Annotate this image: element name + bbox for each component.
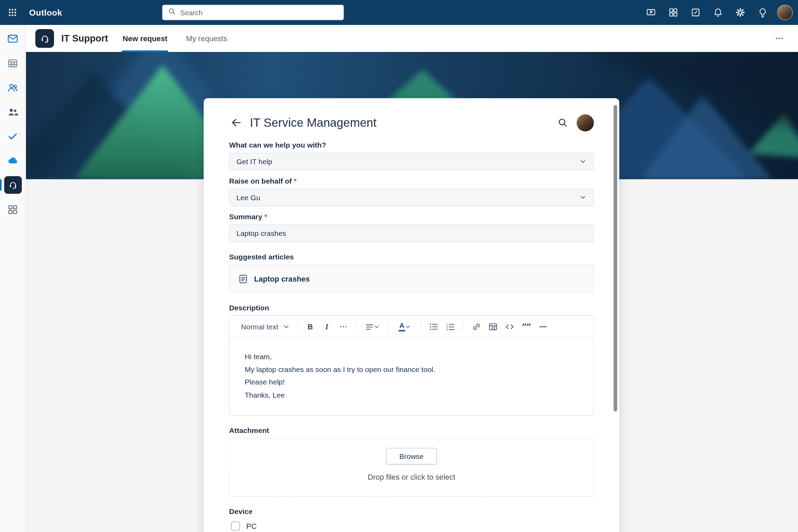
summary-input[interactable] — [229, 224, 594, 242]
description-label: Description — [229, 303, 594, 312]
behalf-select-value: Lee Gu — [237, 193, 260, 202]
text-color-icon: A — [399, 322, 406, 331]
tab-my-requests[interactable]: My requests — [185, 25, 228, 52]
app-title: IT Support — [61, 33, 108, 44]
tab-label: New request — [123, 34, 167, 43]
card-scrollbar[interactable] — [614, 105, 618, 411]
suggested-articles-label: Suggested articles — [229, 252, 594, 261]
summary-label: Summary* — [229, 213, 594, 221]
link-icon[interactable] — [468, 319, 485, 335]
meet-now-icon[interactable] — [642, 4, 660, 21]
browse-button[interactable]: Browse — [386, 448, 437, 464]
more-formatting-icon[interactable] — [335, 319, 352, 335]
rail-people-icon[interactable] — [2, 77, 23, 98]
device-label: Device — [229, 507, 594, 515]
outlook-wordmark[interactable]: Outlook — [29, 8, 62, 18]
avatar-image — [777, 5, 793, 20]
toolbar-divider — [463, 321, 464, 332]
rail-groups-icon[interactable] — [2, 101, 23, 122]
text-color-button[interactable]: A — [393, 319, 416, 335]
form-title: IT Service Management — [250, 116, 377, 130]
chevron-down-icon — [374, 324, 379, 329]
toolbar-divider — [420, 321, 421, 332]
card-search-icon[interactable] — [554, 114, 571, 132]
app-launcher-icon[interactable] — [0, 0, 25, 25]
device-option-pc[interactable]: PC — [229, 519, 594, 532]
editor-body[interactable]: Hi team, My laptop crashes as soon as I … — [230, 338, 593, 413]
chevron-down-icon — [579, 194, 587, 201]
rail-calendar-icon[interactable] — [2, 53, 23, 73]
horizontal-rule-icon[interactable] — [535, 319, 551, 335]
alignment-button[interactable] — [361, 319, 383, 335]
chevron-down-icon — [283, 324, 289, 330]
code-icon[interactable] — [502, 319, 518, 335]
quote-icon[interactable]: ”” — [518, 319, 534, 335]
behalf-label: Raise on behalf of* — [229, 177, 594, 185]
numbered-list-icon[interactable]: 123 — [442, 319, 459, 335]
help-label: What can we help you with? — [229, 141, 594, 149]
description-editor: Normal text B I — [229, 316, 594, 416]
device-options: PC Laptop Tablet — [229, 519, 594, 532]
tips-lightbulb-icon[interactable] — [754, 4, 772, 21]
checkbox-label: PC — [246, 522, 257, 530]
toolbar-divider — [297, 321, 298, 332]
card-user-avatar[interactable] — [577, 114, 594, 131]
rail-more-apps-icon[interactable] — [2, 199, 23, 220]
request-form-card: IT Service Management What can we help y… — [204, 98, 619, 532]
app-tabs: New request My requests — [122, 25, 245, 52]
it-support-app-tile — [4, 176, 21, 194]
search-input[interactable] — [180, 9, 338, 17]
svg-text:3: 3 — [446, 328, 448, 331]
editor-line: Hi team, — [245, 350, 578, 363]
search-icon — [168, 7, 176, 18]
bullet-list-icon[interactable] — [426, 319, 442, 335]
table-icon[interactable] — [485, 319, 501, 335]
article-title: Laptop crashes — [254, 275, 310, 283]
editor-toolbar: Normal text B I — [230, 316, 593, 338]
tab-new-request[interactable]: New request — [122, 25, 168, 52]
suggested-article-item[interactable]: Laptop crashes — [229, 265, 594, 293]
card-header: IT Service Management — [229, 114, 594, 132]
profile-avatar[interactable] — [776, 4, 794, 21]
text-style-value: Normal text — [241, 323, 278, 331]
rail-onedrive-icon[interactable] — [2, 150, 23, 171]
help-select-value: Get IT help — [237, 158, 273, 166]
attachment-label: Attachment — [229, 426, 594, 434]
main-content: IT Support New request My requests — [26, 25, 798, 532]
behalf-select[interactable]: Lee Gu — [229, 189, 594, 206]
text-style-dropdown[interactable]: Normal text — [238, 319, 292, 335]
app-header: IT Support New request My requests — [26, 25, 798, 52]
outlook-window: Outlook — [0, 0, 798, 532]
topbar: Outlook — [0, 0, 798, 25]
notifications-bell-icon[interactable] — [709, 4, 727, 21]
toolbar-divider — [356, 321, 357, 332]
chevron-down-icon — [579, 158, 587, 165]
rail-todo-icon[interactable] — [2, 126, 23, 147]
drop-files-text: Drop files or click to select — [368, 473, 455, 481]
toolbar-divider — [388, 321, 389, 332]
editor-line: Thanks, Lee — [245, 388, 578, 401]
notes-icon[interactable] — [687, 4, 704, 21]
back-arrow-icon[interactable] — [229, 115, 244, 130]
help-select[interactable]: Get IT help — [229, 153, 594, 170]
rail-it-support-app-icon[interactable] — [2, 175, 23, 195]
italic-button[interactable]: I — [319, 319, 335, 335]
checkbox-pc[interactable] — [231, 522, 240, 531]
more-options-icon[interactable] — [771, 30, 788, 47]
article-doc-icon — [238, 274, 248, 284]
search-bar[interactable] — [162, 5, 344, 20]
tab-label: My requests — [186, 34, 227, 43]
attachment-dropzone[interactable]: Browse Drop files or click to select — [229, 438, 594, 497]
editor-line: My laptop crashes as soon as I try to op… — [245, 363, 578, 376]
topbar-actions — [642, 0, 794, 25]
chevron-down-icon — [405, 324, 410, 329]
bold-button[interactable]: B — [302, 319, 318, 335]
editor-line: Please help! — [245, 376, 578, 389]
settings-gear-icon[interactable] — [732, 4, 749, 21]
required-asterisk: * — [264, 213, 267, 221]
required-asterisk: * — [294, 177, 296, 185]
m365-apps-icon[interactable] — [665, 4, 682, 21]
app-rail — [0, 25, 26, 532]
it-support-logo — [35, 29, 54, 48]
rail-mail-icon[interactable] — [2, 28, 23, 49]
